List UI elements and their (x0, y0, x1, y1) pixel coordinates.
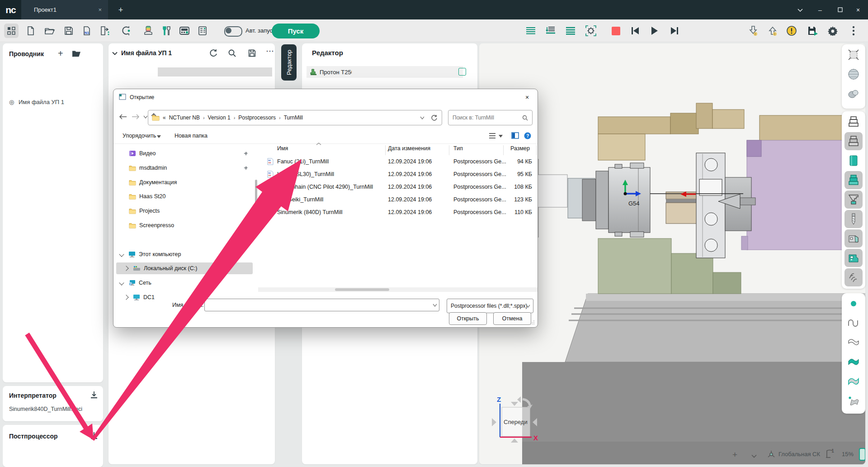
resize-grip[interactable] (530, 320, 535, 324)
list-horizontal-scrollbar[interactable] (258, 287, 538, 292)
save-program-icon[interactable] (248, 49, 256, 57)
search-box[interactable]: Поиск в: TurnMill (448, 110, 533, 125)
run-button[interactable]: Пуск (272, 24, 320, 38)
controller-button[interactable] (177, 24, 192, 38)
rotate-right-arrow[interactable] (533, 418, 537, 426)
expand-chevron-icon[interactable] (123, 266, 128, 271)
scrollbar-thumb[interactable] (335, 288, 389, 291)
nav-forward-icon[interactable] (132, 114, 140, 120)
save-and-run-button[interactable] (806, 24, 820, 38)
more-menu-kebab-icon[interactable] (846, 24, 861, 38)
export-notify-icon[interactable]: ! (765, 24, 780, 38)
point-display-button[interactable] (844, 295, 863, 313)
shaded-sphere-button[interactable] (844, 65, 863, 83)
nc-text-view-button[interactable] (524, 24, 538, 38)
expand-chevron-icon[interactable] (119, 280, 124, 285)
more-options-icon[interactable]: ⋯ (266, 46, 274, 56)
chuck-teal-button[interactable] (844, 171, 863, 189)
window-menu-chevron-icon[interactable] (790, 0, 810, 19)
address-refresh-icon[interactable] (431, 114, 437, 121)
file-row[interactable]: N1G0 MoriSeiki_TurnMill 12.09.2024 19:06… (258, 195, 538, 205)
flag-gray-button[interactable] (844, 372, 863, 391)
tree-item-projects[interactable]: Projects (116, 205, 253, 217)
settings-gear-icon[interactable] (826, 24, 840, 38)
save-nc-file-button[interactable]: N1 (80, 24, 94, 38)
project-tab[interactable]: Проект1 × (21, 0, 108, 19)
scroll-to-line-button[interactable] (543, 24, 558, 38)
breadcrumb-part[interactable]: Postprocessors (238, 114, 276, 121)
editor-vertical-tab[interactable]: Редактор (281, 44, 297, 81)
new-file-button[interactable] (24, 24, 38, 38)
hatching-button[interactable] (844, 268, 863, 286)
tool-stamp-button[interactable] (141, 24, 156, 38)
tree-item-documentation[interactable]: Документация (116, 176, 253, 188)
magnet-probe-button[interactable] (118, 24, 133, 38)
help-icon[interactable]: ? (524, 132, 531, 139)
nav-back-icon[interactable] (119, 114, 127, 120)
tab-close-icon[interactable]: × (98, 6, 102, 13)
window-maximize-button[interactable] (830, 0, 850, 19)
path-curve-button[interactable] (844, 314, 863, 332)
app-grid-button[interactable] (4, 24, 19, 38)
file-row[interactable]: N1G0 Fanuc (21i)_TurnMill 12.09.2024 19:… (258, 157, 538, 167)
save-button[interactable] (61, 24, 76, 38)
stepped-part-button[interactable] (844, 191, 863, 209)
search-icon[interactable] (228, 49, 236, 57)
chuck-outline-button[interactable] (844, 113, 863, 131)
file-row[interactable]: N1G0 Heidenhain (CNC Pilot 4290)_TurnMil… (258, 182, 538, 193)
filename-input[interactable] (204, 299, 439, 311)
rotate-cw-arrow[interactable] (523, 399, 530, 405)
zoom-in-button[interactable]: + (732, 450, 737, 460)
view-orientation-widget[interactable]: Z X Спереди (485, 395, 544, 446)
column-header-name[interactable]: Имя (277, 145, 288, 155)
filetype-select[interactable]: Postprocessor files (*.dll;*.sppx) (447, 299, 533, 313)
coordinate-system-label[interactable]: Глобальная СК (778, 451, 820, 457)
horizontal-scrollbar[interactable] (158, 67, 272, 76)
coordinate-system-icon[interactable] (767, 450, 776, 459)
tree-scrollbar[interactable] (255, 180, 257, 234)
interpreter-import-button[interactable] (90, 391, 99, 400)
tree-item-haas-st20[interactable]: Haas St20 (116, 191, 253, 202)
file-row[interactable]: N1G0 Sinumerik (840D) TurnMill 12.09.202… (258, 207, 538, 218)
play-button[interactable] (647, 24, 662, 38)
preview-pane-icon[interactable] (511, 132, 519, 139)
zoom-level-value[interactable]: 15% (842, 451, 854, 457)
cancel-button[interactable]: Отмена (493, 312, 531, 325)
tree-item-screenpresso[interactable]: Screenpresso (116, 219, 253, 231)
machine-head-button[interactable] (844, 229, 863, 248)
notification-flag-icon[interactable]: 1 (826, 448, 835, 459)
machine-head-alt-button[interactable] (844, 249, 863, 267)
view-mode-chevron-icon[interactable] (499, 135, 503, 138)
filename-dropdown-chevron-icon[interactable] (433, 304, 437, 307)
new-tab-button[interactable]: + (115, 5, 126, 15)
refresh-icon[interactable] (209, 48, 218, 57)
dialog-close-button[interactable]: × (517, 89, 538, 105)
open-project-folder-icon[interactable] (71, 49, 81, 57)
tools-pair-button[interactable] (159, 24, 174, 38)
fit-view-button[interactable] (844, 46, 863, 64)
postprocessor-import-button[interactable] (90, 431, 99, 440)
breadcrumb-overflow[interactable]: « (163, 114, 166, 121)
column-header-date[interactable]: Дата изменения (388, 145, 430, 155)
explorer-program-item[interactable]: ◎ Имя файла УП 1 (9, 99, 64, 105)
window-minimize-button[interactable]: – (810, 0, 830, 19)
flag-point-button[interactable] (844, 392, 863, 410)
view-mode-icon[interactable] (489, 133, 496, 139)
stop-button[interactable] (609, 24, 623, 38)
machine-select-checkbox[interactable] (458, 68, 466, 76)
expand-chevron-icon[interactable] (119, 252, 124, 257)
waves-outline-button[interactable] (844, 334, 863, 352)
address-breadcrumb[interactable]: « NCTuner NB › Version 1 › Postprocessor… (148, 110, 442, 125)
auto-run-toggle[interactable] (224, 26, 242, 37)
tree-item-local-disk-c[interactable]: Локальный диск (C:) (116, 262, 253, 274)
address-dropdown-chevron-icon[interactable] (420, 116, 425, 119)
import-notify-icon[interactable]: ! (746, 24, 760, 38)
highlight-lines-button[interactable] (563, 24, 578, 38)
search-icon[interactable] (522, 115, 528, 121)
column-header-size[interactable]: Размер (510, 145, 530, 155)
collapse-chevron-icon[interactable] (112, 52, 118, 55)
flag-filled-button[interactable] (844, 353, 863, 371)
breadcrumb-part[interactable]: Version 1 (208, 114, 231, 121)
tree-item-this-pc[interactable]: Этот компьютер (116, 248, 253, 260)
rotate-down-arrow[interactable] (511, 438, 518, 443)
